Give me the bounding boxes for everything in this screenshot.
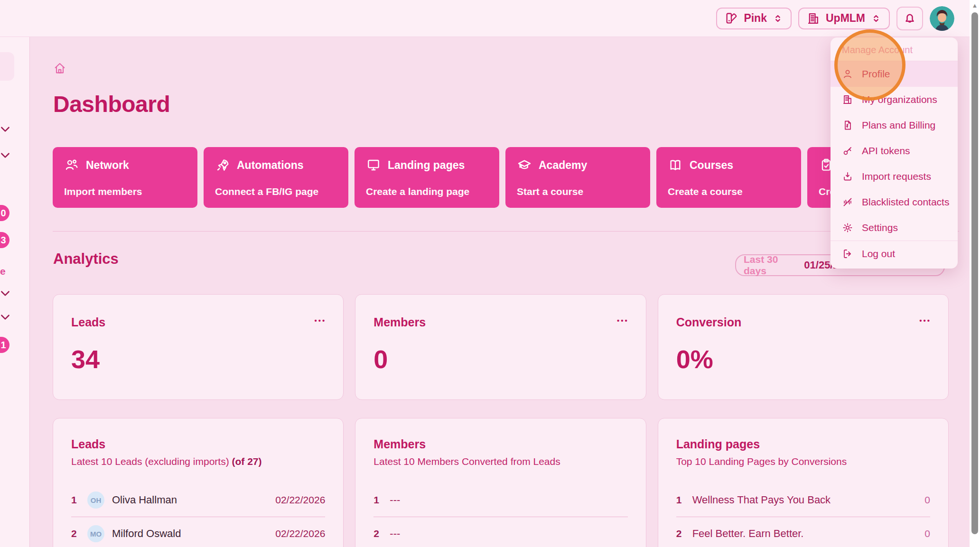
theme-selector-label: Pink	[744, 12, 767, 25]
landing-page-row[interactable]: 2 Feel Better. Earn Better. 0	[676, 524, 930, 544]
quick-action-network[interactable]: Network Import members	[53, 147, 197, 208]
user-avatar[interactable]	[930, 6, 954, 31]
analytics-heading: Analytics	[53, 250, 119, 268]
lead-initials-avatar: OH	[87, 491, 104, 509]
scrollbar-thumb[interactable]	[971, 12, 978, 534]
sidebar-chevron-down-icon[interactable]	[0, 149, 11, 161]
organization-selector-button[interactable]: UpMLM	[798, 8, 890, 29]
row-divider	[71, 517, 325, 517]
sidebar-chevron-down-icon[interactable]	[0, 287, 11, 299]
more-options-button[interactable]: •••	[315, 316, 327, 324]
sidebar-active-item[interactable]	[0, 52, 14, 81]
sidebar-label-fragment: e	[0, 266, 6, 277]
sidebar: 0 3 e 1	[0, 37, 30, 547]
quick-action-subtitle: Start a course	[517, 186, 639, 197]
menu-item-log-out[interactable]: Log out	[831, 241, 958, 267]
organizations-icon	[842, 94, 853, 105]
scrollbar-up-arrow[interactable]: ▲	[970, 0, 980, 10]
sidebar-count-badge: 3	[0, 232, 9, 248]
quick-action-subtitle: Import members	[64, 186, 186, 197]
more-options-button[interactable]: •••	[919, 316, 931, 324]
stat-value: 0%	[676, 344, 930, 374]
quick-action-courses[interactable]: Courses Create a course	[656, 147, 801, 208]
lead-date: 02/22/2026	[275, 528, 325, 539]
page-title: Dashboard	[53, 91, 170, 117]
list-title: Leads	[71, 437, 325, 451]
landing-page-name: Feel Better. Earn Better.	[692, 528, 925, 540]
list-card-landing-pages: Landing pages Top 10 Landing Pages by Co…	[658, 418, 949, 547]
unfold-chevron-icon	[871, 13, 881, 24]
quick-action-subtitle: Create a landing page	[366, 186, 488, 197]
list-subtitle: Latest 10 Members Converted from Leads	[373, 456, 627, 467]
landing-page-row[interactable]: 1 Wellness That Pays You Back 0	[676, 490, 930, 510]
menu-item-api-tokens[interactable]: API tokens	[831, 138, 958, 164]
notifications-button[interactable]	[896, 7, 923, 30]
stat-card-members: Members ••• 0	[355, 294, 646, 400]
list-subtitle: Latest 10 Leads (excluding imports) (of …	[71, 456, 325, 467]
quick-action-automations[interactable]: Automations Connect a FB/IG page	[204, 147, 348, 208]
home-icon[interactable]	[53, 62, 66, 75]
import-icon	[842, 171, 853, 182]
member-row[interactable]: 1 ---	[373, 490, 627, 510]
quick-action-title: Academy	[539, 159, 587, 172]
swatchbook-icon	[725, 12, 738, 25]
more-options-button[interactable]: •••	[617, 316, 629, 324]
quick-action-title: Network	[86, 159, 129, 172]
settings-icon	[842, 222, 853, 233]
sidebar-chevron-down-icon[interactable]	[0, 311, 11, 323]
menu-item-settings[interactable]: Settings	[831, 215, 958, 241]
list-card-leads: Leads Latest 10 Leads (excluding imports…	[53, 418, 344, 547]
stat-value: 0	[373, 344, 627, 374]
menu-item-plans-and-billing[interactable]: Plans and Billing	[831, 112, 958, 138]
sidebar-chevron-down-icon[interactable]	[0, 123, 11, 135]
list-title: Landing pages	[676, 437, 930, 451]
lists-row: Leads Latest 10 Leads (excluding imports…	[53, 418, 949, 547]
quick-action-title: Automations	[237, 159, 304, 172]
sidebar-count-badge: 1	[0, 337, 9, 353]
quick-action-academy[interactable]: Academy Start a course	[505, 147, 650, 208]
vertical-scrollbar[interactable]: ▲	[970, 0, 980, 547]
stat-value: 34	[71, 344, 325, 374]
bell-icon	[903, 11, 917, 26]
lead-row[interactable]: 2 MO Milford Oswald 02/22/2026	[71, 524, 325, 544]
stat-card-conversion: Conversion ••• 0%	[658, 294, 949, 400]
theme-selector-button[interactable]: Pink	[716, 8, 792, 29]
profile-icon	[842, 68, 853, 80]
stat-card-leads: Leads ••• 34	[53, 294, 344, 400]
menu-item-my-organizations[interactable]: My organizations	[831, 87, 958, 112]
menu-item-import-requests[interactable]: Import requests	[831, 164, 958, 189]
quick-action-subtitle: Connect a FB/IG page	[215, 186, 337, 197]
quick-action-title: Courses	[690, 159, 733, 172]
organization-selector-label: UpMLM	[826, 12, 865, 25]
key-icon	[842, 145, 853, 157]
menu-item-blacklisted-contacts[interactable]: Blacklisted contacts	[831, 189, 958, 215]
row-divider	[676, 517, 930, 517]
stat-title: Leads	[71, 315, 325, 329]
graduation-cap-icon	[517, 158, 532, 173]
landing-page-name: Wellness That Pays You Back	[692, 494, 925, 506]
stat-title: Members	[373, 315, 627, 329]
member-name: ---	[390, 528, 627, 540]
lead-initials-avatar: MO	[87, 525, 104, 542]
rocket-icon	[215, 158, 230, 173]
member-name: ---	[390, 494, 627, 506]
section-divider	[53, 231, 959, 232]
monitor-icon	[366, 158, 381, 173]
lead-name: Oliva Hallman	[112, 494, 275, 506]
menu-item-profile[interactable]: Profile	[831, 61, 958, 87]
quick-action-landing-pages[interactable]: Landing pages Create a landing page	[355, 147, 499, 208]
network-icon	[64, 158, 79, 173]
landing-page-conversions: 0	[924, 494, 930, 506]
quick-actions-row: Network Import members Automations Conne…	[53, 147, 952, 208]
lead-row[interactable]: 1 OH Oliva Hallman 02/22/2026	[71, 490, 325, 510]
list-title: Members	[373, 437, 627, 451]
sidebar-count-badge: 0	[0, 205, 9, 221]
quick-action-subtitle: Create a course	[668, 186, 790, 197]
topbar: Pink UpMLM	[0, 0, 970, 37]
list-card-members: Members Latest 10 Members Converted from…	[355, 418, 646, 547]
lead-date: 02/22/2026	[275, 494, 325, 506]
quick-action-title: Landing pages	[388, 159, 465, 172]
member-row[interactable]: 2 ---	[373, 524, 627, 544]
landing-page-conversions: 0	[924, 528, 930, 539]
stats-row: Leads ••• 34 Members ••• 0 Conversion ••…	[53, 294, 949, 400]
